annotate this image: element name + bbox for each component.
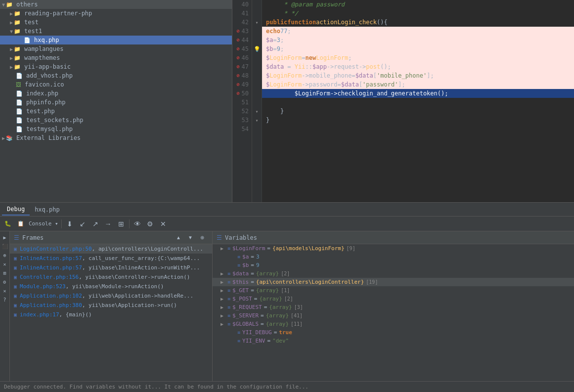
left-btn-6[interactable]: ⚙ (1, 278, 9, 286)
var-item-9[interactable]: ▶ ≡ $_SERVER = {array}[41] (213, 311, 574, 320)
var-name: $a (242, 254, 249, 260)
console-tab-btn[interactable]: 📋 (15, 218, 27, 230)
line-number-51: 51 (232, 98, 252, 107)
tree-item-others[interactable]: ▼📁others (0, 0, 232, 9)
tree-item-hxq-php[interactable]: 📄hxq.php (0, 36, 232, 44)
var-type-icon: ≡ (227, 313, 230, 318)
breakpoint-icon: ⊘ (237, 62, 240, 71)
expand-arrow: ▼ (10, 29, 13, 34)
debug-tab-debug[interactable]: Debug (2, 204, 30, 216)
tree-item-yii-app-basic[interactable]: ▶📁yii-app-basic (0, 62, 232, 71)
left-btn-7[interactable]: ✕ (1, 287, 9, 295)
line-num-text: 40 (242, 0, 249, 9)
tree-item-phpinfo[interactable]: 📄phpinfo.php (0, 98, 232, 107)
frames-add-btn[interactable]: ⊕ (196, 232, 208, 244)
fold-icon: ▾ (255, 20, 258, 25)
left-btn-3[interactable]: ⊕ (1, 251, 9, 259)
var-item-6[interactable]: ▶ ≡ $_GET = {array}[1] (213, 286, 574, 295)
code-line-45: $b=9; (262, 44, 574, 53)
tree-item-wamplangues[interactable]: ▶📁wamplangues (0, 44, 232, 53)
var-item-11[interactable]: ≡ YII_DEBUG = true (213, 328, 574, 337)
frame-item-5[interactable]: ▣ Module.php:523 , yii\base\Module->runA… (10, 282, 212, 291)
line-num-text: 44 (242, 36, 249, 44)
php-file-icon: 📄 (16, 99, 23, 106)
var-item-1[interactable]: ▶ ≡ $LoginForm = {api\models\LoginForm}[… (213, 244, 574, 253)
gutter-cell-48 (252, 71, 262, 80)
tree-item-test1[interactable]: ▼📁test1 (0, 27, 232, 36)
var-name: YII_ENV (242, 338, 265, 344)
frames-icon: ☰ (14, 234, 19, 241)
var-item-8[interactable]: ▶ ≡ $_REQUEST = {array}[3] (213, 303, 574, 311)
var-name: $_REQUEST (232, 304, 262, 310)
watches-btn[interactable]: 👁 (132, 218, 143, 230)
tree-item-label: test_sockets.php (26, 117, 84, 124)
php-file-icon: 📄 (16, 73, 23, 79)
frame-path: , yii\base\Module->runAction() (66, 283, 164, 290)
settings-btn[interactable]: ⚙ (144, 218, 156, 230)
var-item-7[interactable]: ▶ ≡ $_POST = {array}[2] (213, 295, 574, 303)
frame-path: , yii\base\Application->run() (82, 302, 177, 308)
left-btn-8[interactable]: ? (1, 296, 9, 304)
tree-item-testmysql[interactable]: 📄testmysql.php (0, 125, 232, 133)
var-count: [19] (366, 279, 378, 285)
frame-item-6[interactable]: ▣ Application.php:102 , yii\web\Applicat… (10, 291, 212, 301)
tree-item-reading-partner-php[interactable]: ▶📁reading-partner-php (0, 9, 232, 18)
var-item-12[interactable]: ≡ YII_ENV = "dev" (213, 337, 574, 345)
tree-item-index-php[interactable]: 📄index.php (0, 89, 232, 98)
tree-item-test-sockets[interactable]: 📄test_sockets.php (0, 116, 232, 125)
tree-item-label: index.php (26, 90, 58, 97)
debugger-tab-btn[interactable]: 🐛 (2, 218, 14, 230)
left-btn-5[interactable]: ⊞ (1, 269, 9, 277)
gutter-cell-44 (252, 36, 262, 44)
line-number-43: ⊘43 (232, 27, 252, 36)
tree-item-label: phpinfo.php (26, 99, 65, 106)
tree-item-test-php[interactable]: 📄test.php (0, 107, 232, 116)
frame-item-2[interactable]: ▣ InlineAction.php:57 , call_user_func_a… (10, 254, 212, 263)
var-equals: = (251, 262, 254, 268)
tree-item-add-vhost[interactable]: 📄add_vhost.php (0, 71, 232, 80)
frame-file: InlineAction.php:57 (20, 264, 82, 271)
var-item-5[interactable]: ▶ ≡ $this = {api\controllers\LoginContro… (213, 278, 574, 286)
fold-icon: ▾ (255, 109, 258, 114)
tree-item-favicon[interactable]: 🖼favicon.ico (0, 80, 232, 89)
left-btn-4[interactable]: ✕ (1, 260, 9, 268)
gutter-cell-50 (252, 89, 262, 98)
gutter-cell-45: 💡 (252, 44, 262, 53)
code-line-40: * @param password (262, 0, 574, 9)
frame-item-3[interactable]: ▣ InlineAction.php:57 , yii\base\InlineA… (10, 263, 212, 272)
gutter-cell-40 (252, 0, 262, 9)
var-equals: = (274, 329, 277, 336)
var-item-10[interactable]: ▶ ≡ $GLOBALS = {array}[11] (213, 320, 574, 328)
frame-item-4[interactable]: ▣ Controller.php:156 , yii\base\Controll… (10, 272, 212, 282)
var-expand-icon: ▶ (221, 271, 225, 276)
run-cursor-btn[interactable]: → (102, 218, 114, 230)
variables-icon: ☰ (217, 234, 222, 241)
close-panel-btn[interactable]: ✕ (157, 218, 169, 230)
frame-icon: ▣ (14, 265, 17, 270)
var-item-3[interactable]: ≡ $b = 9 (213, 261, 574, 269)
tree-item-test[interactable]: ▶📁test (0, 18, 232, 27)
frames-down-btn[interactable]: ▼ (184, 232, 196, 244)
var-item-2[interactable]: ≡ $a = 3 (213, 253, 574, 261)
frames-title: Frames (22, 234, 44, 241)
frames-up-btn[interactable]: ▲ (173, 232, 184, 244)
left-btn-2[interactable]: ⬛ (1, 242, 9, 250)
step-into-btn[interactable]: ↙ (77, 218, 88, 230)
frame-item-7[interactable]: ▣ Application.php:380 , yii\base\Applica… (10, 301, 212, 310)
step-out-btn[interactable]: ↗ (89, 218, 101, 230)
frames-eval-btn[interactable]: ⊞ (115, 218, 127, 230)
expand-arrow: ▶ (10, 20, 13, 25)
var-value: {api\models\LoginForm} (272, 245, 345, 252)
var-name: $this (232, 279, 249, 285)
left-btn-1[interactable]: ▶ (1, 233, 9, 241)
var-type-icon: ≡ (227, 305, 230, 310)
step-over-btn[interactable]: ⬇ (64, 218, 76, 230)
var-expand-icon: ▶ (221, 305, 225, 310)
debug-tab-file[interactable]: hxq.php (30, 204, 65, 215)
frame-item-8[interactable]: ▣ index.php:17 , {main}() (10, 310, 212, 319)
var-item-4[interactable]: ▶ ≡ $data = {array}[2] (213, 269, 574, 278)
frame-item-1[interactable]: ▣ LoginController.php:50 , api\controlle… (10, 244, 212, 254)
tree-item-wampthemes[interactable]: ▶📁wampthemes (0, 53, 232, 62)
code-line-52: } (262, 107, 574, 116)
tree-item-external-libs[interactable]: ▶📚External Libraries (0, 133, 232, 142)
